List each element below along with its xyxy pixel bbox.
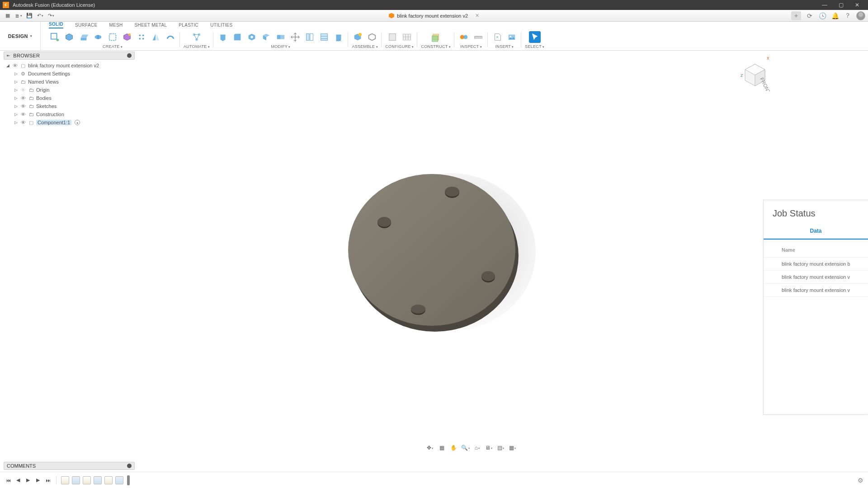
viewports-icon[interactable]: ▦ bbox=[508, 444, 517, 452]
timeline-settings-icon[interactable]: ⚙ bbox=[858, 477, 863, 484]
timeline-feature[interactable] bbox=[94, 476, 102, 484]
thicken-icon[interactable] bbox=[165, 31, 176, 43]
inspect-ruler-icon[interactable] bbox=[472, 31, 484, 43]
viewcube[interactable]: FRONT x z bbox=[737, 55, 773, 91]
new-tab-button[interactable]: ＋ bbox=[791, 11, 801, 20]
group-insert-label[interactable]: INSERT bbox=[495, 44, 514, 49]
tree-root[interactable]: ◢ 👁 ▢ blink factory mount extension v2 bbox=[4, 61, 135, 70]
data-panel-button[interactable]: ▦ bbox=[3, 11, 13, 20]
job-status-icon[interactable]: 🕓 bbox=[818, 12, 826, 20]
tab-surface[interactable]: SURFACE bbox=[75, 23, 97, 28]
tab-utilities[interactable]: UTILITIES bbox=[210, 23, 232, 28]
job-row[interactable]: blink factory mount extension v bbox=[764, 284, 868, 297]
job-tab-data[interactable]: Data bbox=[764, 223, 868, 239]
orbit-icon[interactable]: ✥ bbox=[425, 444, 434, 452]
maximize-button[interactable]: ▢ bbox=[833, 0, 849, 10]
help-icon[interactable]: ？ bbox=[844, 12, 852, 20]
new-component-icon[interactable] bbox=[352, 31, 363, 43]
document-tab[interactable]: blink factory mount extension v2 ✕ bbox=[389, 13, 479, 19]
user-avatar[interactable] bbox=[856, 11, 865, 20]
model-disc[interactable] bbox=[321, 139, 547, 366]
notifications-icon[interactable]: 🔔 bbox=[831, 12, 839, 20]
expand-icon[interactable]: ▷ bbox=[14, 96, 18, 100]
combine-icon[interactable] bbox=[275, 31, 287, 43]
move-icon[interactable] bbox=[289, 31, 301, 43]
insert-decal-icon[interactable] bbox=[506, 31, 518, 43]
mirror-icon[interactable] bbox=[150, 31, 162, 43]
tab-mesh[interactable]: MESH bbox=[109, 23, 123, 28]
fit-icon[interactable]: ⌂ bbox=[472, 444, 481, 452]
tree-node[interactable]: ▷👁🗀Bodies bbox=[12, 94, 135, 102]
visibility-icon[interactable]: 👁 bbox=[20, 103, 26, 109]
fillet-icon[interactable] bbox=[231, 31, 243, 43]
visibility-icon[interactable]: 👁 bbox=[12, 62, 18, 69]
timeline-feature[interactable] bbox=[115, 476, 123, 484]
tree-node[interactable]: ▷👁🗀Origin bbox=[12, 86, 135, 94]
minimize-button[interactable]: — bbox=[816, 0, 833, 10]
look-at-icon[interactable]: ▦ bbox=[437, 444, 446, 452]
zoom-icon[interactable]: 🔍 bbox=[461, 444, 470, 452]
browser-options-icon[interactable] bbox=[127, 53, 132, 58]
visibility-icon[interactable]: 👁 bbox=[20, 111, 26, 117]
tab-plastic[interactable]: PLASTIC bbox=[179, 23, 198, 28]
sweep-icon[interactable] bbox=[107, 31, 118, 43]
grid-settings-icon[interactable]: ▤ bbox=[496, 444, 505, 452]
visibility-icon[interactable]: 👁 bbox=[20, 87, 26, 93]
timeline-feature[interactable] bbox=[72, 476, 80, 484]
appearance-icon[interactable] bbox=[333, 31, 344, 43]
group-select-label[interactable]: SELECT bbox=[525, 44, 544, 49]
hole-icon[interactable] bbox=[136, 31, 147, 43]
expand-icon[interactable]: ▷ bbox=[14, 112, 18, 117]
expand-icon[interactable]: ▷ bbox=[14, 104, 18, 108]
redo-button[interactable]: ↷ bbox=[46, 11, 56, 20]
configure-icon[interactable] bbox=[387, 31, 398, 43]
timeline-play-button[interactable]: ▶ bbox=[24, 477, 32, 484]
workspace-switcher[interactable]: DESIGN bbox=[0, 22, 41, 50]
group-construct-label[interactable]: CONSTRUCT bbox=[421, 44, 451, 49]
group-automate-label[interactable]: AUTOMATE bbox=[184, 44, 210, 49]
tree-node[interactable]: ▷🗀Named Views bbox=[12, 78, 135, 86]
tree-node[interactable]: ▷👁▢Component1:1● bbox=[12, 118, 135, 127]
close-tab-button[interactable]: ✕ bbox=[475, 13, 479, 19]
comments-bar[interactable]: COMMENTS bbox=[4, 462, 135, 470]
group-assemble-label[interactable]: ASSEMBLE bbox=[352, 44, 377, 49]
chamfer-icon[interactable] bbox=[246, 31, 258, 43]
timeline-feature[interactable] bbox=[61, 476, 69, 484]
group-modify-label[interactable]: MODIFY bbox=[271, 44, 290, 49]
shell-icon[interactable] bbox=[260, 31, 272, 43]
automate-icon[interactable] bbox=[191, 31, 203, 43]
tree-node[interactable]: ▷⚙Document Settings bbox=[12, 70, 135, 78]
timeline-feature[interactable] bbox=[104, 476, 113, 484]
job-row[interactable]: blink factory mount extension v bbox=[764, 271, 868, 284]
save-button[interactable]: 💾 bbox=[24, 11, 34, 20]
tree-node[interactable]: ▷👁🗀Sketches bbox=[12, 102, 135, 110]
expand-icon[interactable]: ▷ bbox=[14, 88, 18, 92]
timeline-fwd-button[interactable]: ▶ bbox=[34, 477, 42, 484]
undo-button[interactable]: ↶ bbox=[35, 11, 45, 20]
job-row[interactable]: blink factory mount extension b bbox=[764, 258, 868, 271]
inspect-measure-icon[interactable] bbox=[458, 31, 470, 43]
timeline-feature[interactable] bbox=[83, 476, 91, 484]
visibility-icon[interactable]: 👁 bbox=[20, 95, 26, 101]
timeline-start-button[interactable]: ⏮ bbox=[5, 477, 12, 484]
viewport[interactable]: ⇤ BROWSER ◢ 👁 ▢ blink factory mount exte… bbox=[0, 51, 868, 472]
press-pull-icon[interactable] bbox=[217, 31, 229, 43]
align-icon[interactable] bbox=[304, 31, 316, 43]
create-sketch-icon[interactable] bbox=[49, 31, 61, 43]
close-button[interactable]: ✕ bbox=[849, 0, 865, 10]
box-icon[interactable] bbox=[63, 31, 75, 43]
visibility-icon[interactable]: 👁 bbox=[20, 119, 26, 126]
tab-solid[interactable]: SOLID bbox=[49, 22, 63, 28]
expand-icon[interactable]: ▷ bbox=[14, 71, 18, 76]
pin-icon[interactable]: ⇤ bbox=[7, 53, 10, 58]
expand-icon[interactable]: ▷ bbox=[14, 120, 18, 125]
config-table-icon[interactable] bbox=[401, 31, 413, 43]
extrude-icon[interactable] bbox=[78, 31, 90, 43]
physical-material-icon[interactable] bbox=[318, 31, 330, 43]
file-menu-button[interactable]: 🗎 bbox=[14, 11, 24, 20]
revolve-icon[interactable] bbox=[92, 31, 104, 43]
joint-icon[interactable] bbox=[366, 31, 378, 43]
group-configure-label[interactable]: CONFIGURE bbox=[385, 44, 414, 49]
extensions-icon[interactable]: ⟳ bbox=[806, 12, 814, 20]
expand-icon[interactable]: ◢ bbox=[5, 63, 10, 68]
